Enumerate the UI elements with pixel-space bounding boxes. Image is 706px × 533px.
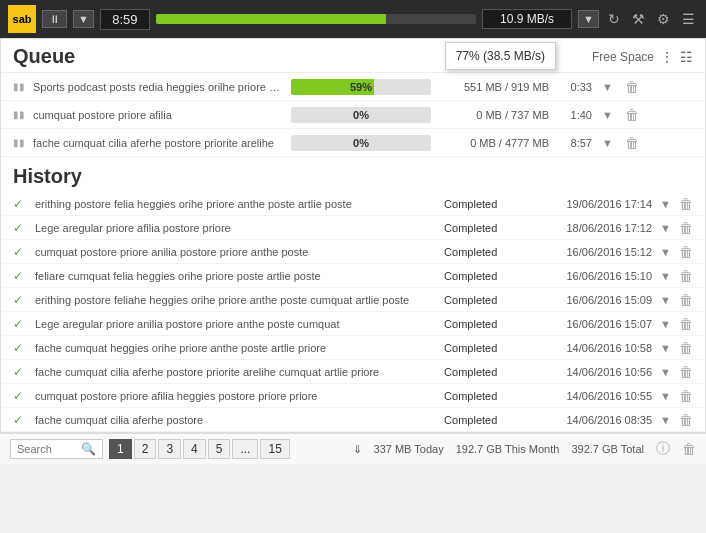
queue-item-pause-icon[interactable]: ▮▮ <box>13 109 25 120</box>
app-logo: sab <box>8 5 36 33</box>
queue-item-delete[interactable]: 🗑 <box>623 79 641 95</box>
history-item-name: cumquat postore priore anilia postore pr… <box>35 246 436 258</box>
queue-row: ▮▮ Sports podcast posts redia heggies or… <box>1 73 705 101</box>
history-item-delete[interactable]: 🗑 <box>679 316 693 332</box>
queue-rows: ▮▮ Sports podcast posts redia heggies or… <box>1 73 705 157</box>
history-item-status: Completed <box>444 198 524 210</box>
history-item-date: 14/06/2016 10:56 <box>532 366 652 378</box>
footer: 🔍 12345...15 ⇓ 337 MB Today 192.7 GB Thi… <box>0 433 706 464</box>
search-input[interactable] <box>17 443 77 455</box>
queue-row: ▮▮ fache cumquat cilia aferhe postore pr… <box>1 129 705 157</box>
history-check-icon: ✓ <box>13 221 27 235</box>
global-progress-bar <box>156 14 476 24</box>
pagination-button[interactable]: 2 <box>134 439 157 459</box>
history-item-status: Completed <box>444 294 524 306</box>
history-section: History ✓ erithing postore felia heggies… <box>1 157 705 432</box>
queue-item-action[interactable]: ▼ <box>600 81 615 93</box>
history-item-delete[interactable]: 🗑 <box>679 364 693 380</box>
history-item-date: 19/06/2016 17:14 <box>532 198 652 210</box>
search-icon[interactable]: 🔍 <box>81 442 96 456</box>
queue-item-pause-icon[interactable]: ▮▮ <box>13 137 25 148</box>
queue-row: ▮▮ cumquat postore priore afilia 0% 0 MB… <box>1 101 705 129</box>
queue-item-time: 0:33 <box>557 81 592 93</box>
pagination-button[interactable]: ... <box>232 439 258 459</box>
history-item-date: 14/06/2016 08:35 <box>532 414 652 426</box>
history-item-delete[interactable]: 🗑 <box>679 268 693 284</box>
history-item-delete[interactable]: 🗑 <box>679 292 693 308</box>
history-item-date: 14/06/2016 10:55 <box>532 390 652 402</box>
pagination-button[interactable]: 4 <box>183 439 206 459</box>
queue-item-action[interactable]: ▼ <box>600 109 615 121</box>
history-item-name: fache cumquat cilia aferhe postore prior… <box>35 366 436 378</box>
history-row: ✓ fache cumquat cilia aferhe postore pri… <box>1 360 705 384</box>
history-item-name: feliare cumquat felia heggies orihe prio… <box>35 270 436 282</box>
settings-icon[interactable]: ⚙ <box>654 9 673 29</box>
queue-title: Queue <box>13 45 75 68</box>
stats-today: 337 MB Today <box>374 443 444 455</box>
queue-item-delete[interactable]: 🗑 <box>623 107 641 123</box>
footer-delete-icon[interactable]: 🗑 <box>682 441 696 457</box>
history-row: ✓ feliare cumquat felia heggies orihe pr… <box>1 264 705 288</box>
history-item-action[interactable]: ▼ <box>660 318 671 330</box>
queue-progress-label: 0% <box>291 135 431 151</box>
history-check-icon: ✓ <box>13 293 27 307</box>
history-item-delete[interactable]: 🗑 <box>679 412 693 428</box>
search-wrap: 🔍 <box>10 439 103 459</box>
history-check-icon: ✓ <box>13 365 27 379</box>
tools-icon[interactable]: ⚒ <box>629 9 648 29</box>
history-row: ✓ fache cumquat cilia aferhe postore Com… <box>1 408 705 432</box>
history-check-icon: ✓ <box>13 269 27 283</box>
app-header: sab ⏸ ▼ 8:59 77% (38.5 MB/s) 10.9 MB/s ▼… <box>0 0 706 38</box>
pagination-button[interactable]: 15 <box>260 439 289 459</box>
history-item-delete[interactable]: 🗑 <box>679 244 693 260</box>
pagination-button[interactable]: 3 <box>158 439 181 459</box>
pagination-button[interactable]: 1 <box>109 439 132 459</box>
queue-controls: Free Space ⋮ ☷ <box>592 49 693 65</box>
history-check-icon: ✓ <box>13 413 27 427</box>
history-header: History <box>1 157 705 192</box>
history-check-icon: ✓ <box>13 341 27 355</box>
queue-item-delete[interactable]: 🗑 <box>623 135 641 151</box>
history-item-status: Completed <box>444 222 524 234</box>
queue-item-size: 551 MB / 919 MB <box>439 81 549 93</box>
history-item-name: fache cumquat heggies orihe priore anthe… <box>35 342 436 354</box>
history-item-action[interactable]: ▼ <box>660 390 671 402</box>
history-title: History <box>13 165 82 187</box>
queue-item-pause-icon[interactable]: ▮▮ <box>13 81 25 92</box>
history-item-action[interactable]: ▼ <box>660 294 671 306</box>
history-item-delete[interactable]: 🗑 <box>679 340 693 356</box>
history-item-action[interactable]: ▼ <box>660 246 671 258</box>
footer-stats: ⇓ 337 MB Today 192.7 GB This Month 392.7… <box>353 440 696 458</box>
queue-item-action[interactable]: ▼ <box>600 137 615 149</box>
menu-icon[interactable]: ☰ <box>679 9 698 29</box>
history-item-status: Completed <box>444 390 524 402</box>
queue-grid-icon[interactable]: ☷ <box>680 49 693 65</box>
history-item-action[interactable]: ▼ <box>660 222 671 234</box>
history-check-icon: ✓ <box>13 197 27 211</box>
history-item-date: 18/06/2016 17:12 <box>532 222 652 234</box>
info-icon[interactable]: ⓘ <box>656 440 670 458</box>
queue-sort-icon[interactable]: ⋮ <box>660 49 674 65</box>
time-display: 8:59 <box>100 9 150 30</box>
queue-item-progress: 0% <box>291 135 431 151</box>
pagination-button[interactable]: 5 <box>208 439 231 459</box>
history-item-date: 14/06/2016 10:58 <box>532 342 652 354</box>
history-item-date: 16/06/2016 15:12 <box>532 246 652 258</box>
history-item-action[interactable]: ▼ <box>660 366 671 378</box>
refresh-icon[interactable]: ↻ <box>605 9 623 29</box>
history-item-action[interactable]: ▼ <box>660 414 671 426</box>
history-item-action[interactable]: ▼ <box>660 342 671 354</box>
history-item-name: Lege aregular priore anilia postore prio… <box>35 318 436 330</box>
history-item-delete[interactable]: 🗑 <box>679 388 693 404</box>
stats-month: 192.7 GB This Month <box>456 443 560 455</box>
speed-dropdown-button[interactable]: ▼ <box>578 10 599 28</box>
history-item-delete[interactable]: 🗑 <box>679 220 693 236</box>
queue-item-name: Sports podcast posts redia heggies orilh… <box>33 81 283 93</box>
history-item-date: 16/06/2016 15:09 <box>532 294 652 306</box>
history-item-delete[interactable]: 🗑 <box>679 196 693 212</box>
history-item-action[interactable]: ▼ <box>660 270 671 282</box>
history-row: ✓ cumquat postore priore afilia heggies … <box>1 384 705 408</box>
history-item-action[interactable]: ▼ <box>660 198 671 210</box>
pause-button[interactable]: ⏸ <box>42 10 67 28</box>
pause-dropdown-button[interactable]: ▼ <box>73 10 94 28</box>
